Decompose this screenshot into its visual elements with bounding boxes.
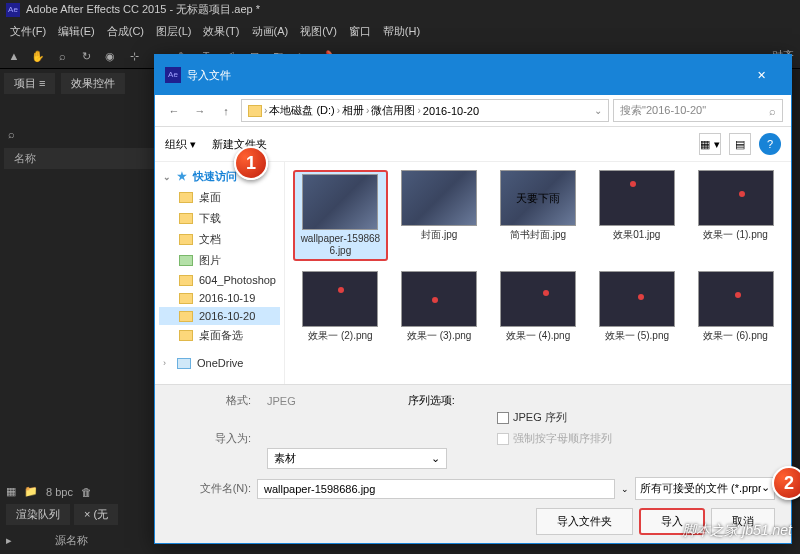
file-label: wallpaper-1598686.jpg <box>297 233 383 257</box>
file-item[interactable]: 效果一 (5).png <box>589 271 684 342</box>
anchor-tool-icon[interactable]: ⊹ <box>126 48 142 64</box>
filename-input[interactable] <box>257 479 615 499</box>
menu-layer[interactable]: 图层(L) <box>152 22 195 41</box>
chevron-down-icon: ⌄ <box>761 481 770 496</box>
sidebar-photoshop[interactable]: 604_Photoshop <box>159 271 280 289</box>
file-item[interactable]: 效果一 (1).png <box>688 170 783 261</box>
file-item-wallpaper[interactable]: wallpaper-1598686.jpg <box>293 170 388 261</box>
preview-pane-button[interactable]: ▤ <box>729 133 751 155</box>
jpeg-sequence-checkbox[interactable]: JPEG 序列 <box>497 410 567 425</box>
bpc-label[interactable]: 8 bpc <box>46 486 73 498</box>
sidebar-downloads[interactable]: 下载 <box>159 208 280 229</box>
filetype-combo[interactable]: 所有可接受的文件 (*.prproj;*.a⌄ <box>635 477 775 500</box>
menu-anim[interactable]: 动画(A) <box>248 22 293 41</box>
nav-forward-button[interactable]: → <box>189 100 211 122</box>
file-item[interactable]: 效果一 (3).png <box>392 271 487 342</box>
menu-help[interactable]: 帮助(H) <box>379 22 424 41</box>
file-item[interactable]: 封面.jpg <box>392 170 487 261</box>
sidebar-onedrive[interactable]: ›OneDrive <box>159 354 280 372</box>
project-search[interactable]: ⌕ <box>4 124 156 144</box>
ae-menubar: 文件(F) 编辑(E) 合成(C) 图层(L) 效果(T) 动画(A) 视图(V… <box>0 19 800 44</box>
chevron-right-icon: › <box>417 105 420 116</box>
format-value: JPEG <box>267 395 296 407</box>
menu-comp[interactable]: 合成(C) <box>103 22 148 41</box>
selection-tool-icon[interactable]: ▲ <box>6 48 22 64</box>
hand-tool-icon[interactable]: ✋ <box>30 48 46 64</box>
sidebar-documents[interactable]: 文档 <box>159 229 280 250</box>
file-item[interactable]: 效果一 (4).png <box>491 271 586 342</box>
file-label: 简书封面.jpg <box>510 229 566 241</box>
checkbox-icon <box>497 433 509 445</box>
annotation-badge-2: 2 <box>772 466 800 500</box>
effects-tab[interactable]: 效果控件 <box>61 73 125 94</box>
file-label: 效果一 (5).png <box>605 330 669 342</box>
menu-effect[interactable]: 效果(T) <box>199 22 243 41</box>
dialog-titlebar[interactable]: Ae 导入文件 ✕ <box>155 55 791 95</box>
breadcrumb-date[interactable]: 2016-10-20 <box>423 105 479 117</box>
project-tab[interactable]: 项目 ≡ <box>4 73 55 94</box>
zoom-tool-icon[interactable]: ⌕ <box>54 48 70 64</box>
sidebar: ⌄★快速访问 桌面 下载 文档 图片 604_Photoshop 2016-10… <box>155 162 285 384</box>
force-alpha-checkbox: 强制按字母顺序排列 <box>497 431 612 446</box>
annotation-badge-1: 1 <box>234 146 268 180</box>
rotate-tool-icon[interactable]: ↻ <box>78 48 94 64</box>
import-folder-button[interactable]: 导入文件夹 <box>536 508 633 535</box>
file-label: 效果一 (1).png <box>703 229 767 241</box>
sidebar-desktop[interactable]: 桌面 <box>159 187 280 208</box>
file-item[interactable]: 天要下雨 简书封面.jpg <box>491 170 586 261</box>
timeline-arrow-icon[interactable]: ▸ <box>6 534 12 546</box>
dialog-body: ⌄★快速访问 桌面 下载 文档 图片 604_Photoshop 2016-10… <box>155 162 791 384</box>
chevron-down-icon: ⌄ <box>431 452 440 465</box>
filename-label: 文件名(N): <box>171 481 251 496</box>
sequence-options-label: 序列选项: <box>408 393 455 408</box>
chevron-down-icon[interactable]: ⌄ <box>594 105 602 116</box>
help-button[interactable]: ? <box>759 133 781 155</box>
file-item[interactable]: 效果一 (2).png <box>293 271 388 342</box>
file-label: 效果一 (3).png <box>407 330 471 342</box>
menu-view[interactable]: 视图(V) <box>296 22 341 41</box>
nav-up-button[interactable]: ↑ <box>215 100 237 122</box>
close-icon: ✕ <box>757 69 766 82</box>
sidebar-2016-10-20[interactable]: 2016-10-20 <box>159 307 280 325</box>
file-label: 效果01.jpg <box>613 229 660 241</box>
file-thumbnail <box>599 271 675 327</box>
close-button[interactable]: ✕ <box>741 63 781 87</box>
file-item[interactable]: 效果一 (6).png <box>688 271 783 342</box>
file-thumbnail <box>698 271 774 327</box>
breadcrumb-album[interactable]: 相册 <box>342 103 364 118</box>
search-input[interactable]: 搜索"2016-10-20" ⌕ <box>613 99 783 122</box>
new-folder-icon[interactable]: 📁 <box>24 485 38 498</box>
sidebar-2016-10-19[interactable]: 2016-10-19 <box>159 289 280 307</box>
file-thumbnail: 天要下雨 <box>500 170 576 226</box>
chevron-right-icon: › <box>366 105 369 116</box>
untitled-comp-tab[interactable]: × (无 <box>74 504 118 525</box>
dialog-nav: ← → ↑ › 本地磁盘 (D:) › 相册 › 微信用图 › 2016-10-… <box>155 95 791 127</box>
breadcrumb[interactable]: › 本地磁盘 (D:) › 相册 › 微信用图 › 2016-10-20 ⌄ <box>241 99 609 122</box>
file-thumbnail <box>599 170 675 226</box>
ae-logo-icon: Ae <box>6 3 20 17</box>
file-thumbnail <box>401 271 477 327</box>
source-name-label: 源名称 <box>55 534 88 546</box>
import-as-combo[interactable]: 素材⌄ <box>267 448 447 469</box>
new-comp-icon[interactable]: ▦ <box>6 485 16 498</box>
menu-file[interactable]: 文件(F) <box>6 22 50 41</box>
project-panel: 项目 ≡ 效果控件 ⌕ 名称 <box>0 69 160 469</box>
ae-logo-icon: Ae <box>165 67 181 83</box>
menu-edit[interactable]: 编辑(E) <box>54 22 99 41</box>
render-queue-tab[interactable]: 渲染队列 <box>6 504 70 525</box>
organize-menu[interactable]: 组织 ▾ <box>165 137 196 152</box>
breadcrumb-drive[interactable]: 本地磁盘 (D:) <box>269 103 334 118</box>
view-mode-button[interactable]: ▦ ▾ <box>699 133 721 155</box>
delete-icon[interactable]: 🗑 <box>81 486 92 498</box>
file-item[interactable]: 效果01.jpg <box>589 170 684 261</box>
sidebar-pictures[interactable]: 图片 <box>159 250 280 271</box>
camera-tool-icon[interactable]: ◉ <box>102 48 118 64</box>
sidebar-desktop-backup[interactable]: 桌面备选 <box>159 325 280 346</box>
file-thumbnail <box>302 271 378 327</box>
chevron-down-icon[interactable]: ⌄ <box>621 484 629 494</box>
breadcrumb-wechat[interactable]: 微信用图 <box>371 103 415 118</box>
menu-window[interactable]: 窗口 <box>345 22 375 41</box>
file-thumbnail <box>401 170 477 226</box>
nav-back-button[interactable]: ← <box>163 100 185 122</box>
chevron-right-icon: › <box>264 105 267 116</box>
